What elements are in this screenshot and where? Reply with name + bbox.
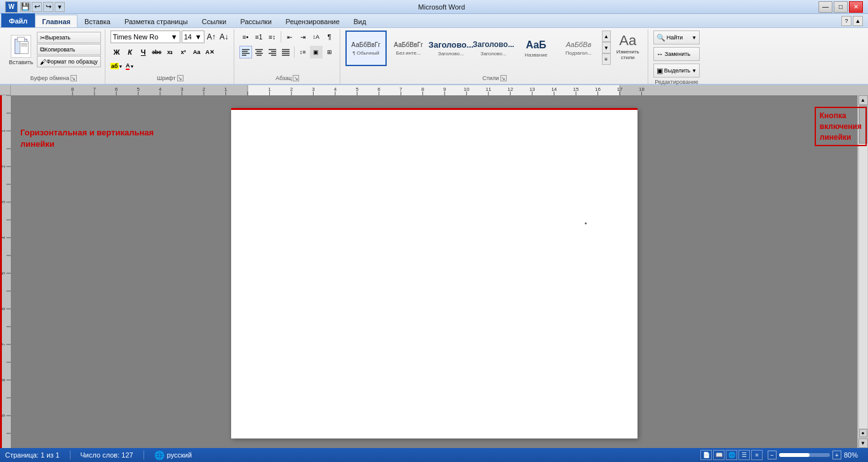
clipboard-label: Буфер обмена ↘ — [30, 75, 77, 83]
zoom-slider[interactable] — [779, 453, 830, 457]
line-spacing-button[interactable]: ↕≡ — [297, 46, 309, 58]
font-size-selector[interactable]: 14 ▼ — [182, 31, 204, 43]
outline-btn[interactable]: ☰ — [738, 450, 750, 460]
print-layout-btn[interactable]: 📄 — [700, 450, 712, 460]
paragraph-expand[interactable]: ↘ — [293, 75, 299, 81]
language-indicator[interactable]: 🌐 русский — [154, 451, 192, 460]
tab-file[interactable]: Файл — [1, 13, 35, 27]
paste-button[interactable]: Вставить — [6, 31, 36, 70]
web-layout-btn[interactable]: 🌐 — [726, 450, 737, 460]
font-name-row: Times New Ro ▼ 14 ▼ A↑ A↓ — [110, 31, 230, 43]
style-normal[interactable]: АаБбВвГг ¶ Обычный — [345, 31, 387, 66]
ruler-corner[interactable] — [0, 85, 11, 95]
paragraph-group: ≡• ≡1 ≡↕ ⇤ ⇥ ↕A ¶ — [236, 29, 340, 84]
zoom-in-button[interactable]: + — [832, 451, 841, 459]
scroll-up-button[interactable]: ▲ — [858, 95, 868, 105]
font-grow-button[interactable]: A↑ — [206, 31, 217, 43]
word-count[interactable]: Число слов: 127 — [81, 451, 133, 459]
qa-dropdown[interactable]: ▼ — [55, 2, 65, 12]
shading-button[interactable]: ▣ — [310, 46, 323, 58]
full-reading-btn[interactable]: 📖 — [713, 450, 724, 460]
font-color-button[interactable]: A▼ — [124, 60, 137, 72]
zoom-level[interactable]: 80% — [844, 451, 863, 459]
style-heading1-preview: Заголово... — [429, 40, 474, 50]
font-expand[interactable]: ↘ — [177, 75, 184, 81]
style-heading2[interactable]: Заголово... Заголово... — [473, 31, 514, 66]
tab-mailings[interactable]: Рассылки — [233, 15, 278, 27]
subscript-button[interactable]: х₂ — [164, 46, 177, 58]
align-left-button[interactable] — [239, 46, 252, 58]
format-painter-button[interactable]: 🖌 Формат по образцу — [37, 56, 101, 67]
zoom-out-button[interactable]: − — [768, 451, 777, 459]
tab-references[interactable]: Ссылки — [195, 15, 234, 27]
tab-view[interactable]: Вид — [347, 15, 373, 27]
style-title[interactable]: АаБ Название — [516, 31, 557, 66]
sort-button[interactable]: ↕A — [310, 31, 323, 43]
ribbon-minimize-icon[interactable]: ▲ — [853, 16, 863, 26]
draft-btn[interactable]: ≡ — [751, 450, 763, 460]
language-icon: 🌐 — [154, 451, 164, 460]
styles-scroll-up[interactable]: ▲ — [602, 31, 611, 42]
editing-group: 🔍 Найти ▼ ↔ Заменить ▣ Выделить ▼ Редакт… — [650, 29, 704, 84]
tab-review[interactable]: Рецензирование — [279, 15, 347, 27]
font-shrink-button[interactable]: A↓ — [218, 31, 230, 43]
justify-button[interactable] — [279, 46, 292, 58]
bullet-list-button[interactable]: ≡• — [239, 31, 252, 43]
font-format-row: Ж К Ч зbc х₂ х² Аа A✕ — [110, 46, 217, 58]
copy-button[interactable]: ⧉ Копировать — [37, 44, 101, 55]
decrease-indent-button[interactable]: ⇤ — [283, 31, 296, 43]
border-button[interactable]: ⊞ — [323, 46, 336, 58]
styles-more[interactable]: ≡ — [602, 53, 611, 65]
close-button[interactable]: ✕ — [849, 1, 863, 13]
strikethrough-button[interactable]: зbc — [150, 46, 163, 58]
redo-btn-qa[interactable]: ↪ — [43, 2, 53, 12]
ruler-right-space — [857, 85, 868, 95]
cut-button[interactable]: ✂ Вырезать — [37, 32, 101, 43]
tab-home[interactable]: Главная — [35, 15, 77, 27]
italic-button[interactable]: К — [124, 46, 137, 58]
style-no-spacing-preview: АаБбВвГг — [394, 41, 423, 49]
styles-label: Стили ↘ — [483, 75, 507, 83]
style-no-spacing[interactable]: АаБбВвГг Без инте... — [388, 31, 429, 66]
quick-access-toolbar: 💾 ↩ ↪ ▼ — [20, 2, 65, 12]
scroll-track[interactable] — [859, 105, 867, 428]
ribbon-help-icon[interactable]: ? — [841, 16, 851, 26]
scroll-down-button[interactable]: ▼ — [858, 438, 868, 448]
save-btn-qa[interactable]: 💾 — [20, 2, 30, 12]
multilevel-list-button[interactable]: ≡↕ — [266, 31, 279, 43]
paragraph-label: Абзац ↘ — [276, 75, 299, 83]
align-right-button[interactable] — [266, 46, 279, 58]
style-no-spacing-label: Без инте... — [396, 50, 421, 56]
tab-page-layout[interactable]: Разметка страницы — [117, 15, 195, 27]
superscript-button[interactable]: х² — [177, 46, 190, 58]
find-button[interactable]: 🔍 Найти ▼ — [653, 31, 700, 44]
style-heading2-label: Заголово... — [481, 51, 507, 57]
style-heading1[interactable]: Заголово... Заголово... — [431, 31, 472, 66]
page-info[interactable]: Страница: 1 из 1 — [5, 451, 60, 459]
number-list-button[interactable]: ≡1 — [253, 31, 265, 43]
tab-insert[interactable]: Вставка — [77, 15, 117, 27]
bold-button[interactable]: Ж — [110, 46, 123, 58]
show-marks-button[interactable]: ¶ — [323, 31, 336, 43]
style-subtitle[interactable]: АаБбВв Подзагол... — [558, 31, 599, 66]
replace-button[interactable]: ↔ Заменить — [653, 47, 700, 61]
undo-btn-qa[interactable]: ↩ — [32, 2, 42, 12]
right-annotation-text: Кнопка включения линейки — [820, 111, 862, 142]
select-browse-button[interactable]: ● — [859, 429, 867, 437]
align-center-button[interactable] — [253, 46, 265, 58]
maximize-button[interactable]: □ — [834, 1, 848, 13]
font-name-selector[interactable]: Times New Ro ▼ — [110, 31, 180, 43]
underline-button[interactable]: Ч — [137, 46, 150, 58]
clear-format-button[interactable]: A✕ — [204, 46, 217, 58]
styles-content: АаБбВвГг ¶ Обычный АаБбВвГг Без инте... … — [345, 31, 644, 75]
increase-indent-button[interactable]: ⇥ — [297, 31, 309, 43]
left-annotation: Горизонтальная и вертикальная линейки — [20, 127, 154, 150]
minimize-button[interactable]: — — [818, 1, 832, 13]
clipboard-expand[interactable]: ↘ — [70, 75, 77, 81]
change-styles-button[interactable]: Aa Изменить стили — [612, 31, 644, 62]
select-button[interactable]: ▣ Выделить ▼ — [653, 64, 700, 78]
text-case-button[interactable]: Аа — [190, 46, 203, 58]
highlight-button[interactable]: аб▼ — [110, 60, 123, 72]
styles-scroll-down[interactable]: ▼ — [602, 42, 611, 53]
styles-expand[interactable]: ↘ — [500, 75, 507, 81]
